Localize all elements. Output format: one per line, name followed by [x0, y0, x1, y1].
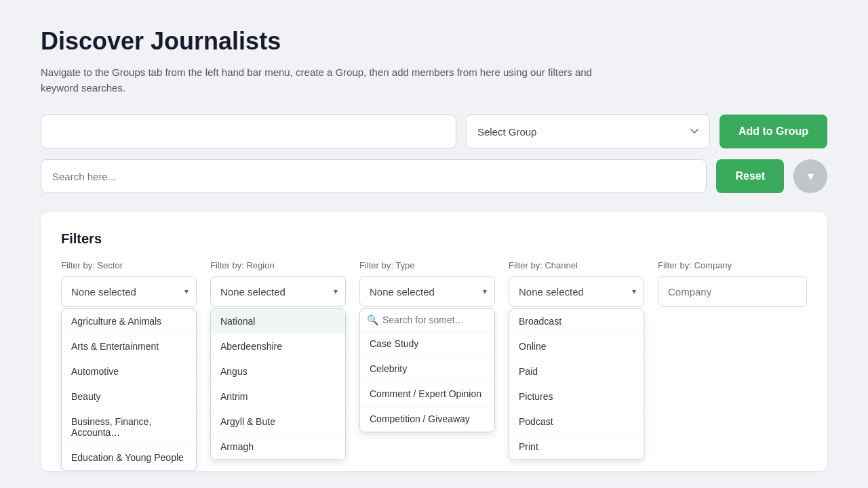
region-item-aberdeenshire[interactable]: Aberdeenshire [211, 334, 345, 359]
top-bar: Select Group Add to Group [41, 115, 827, 148]
type-item-comment[interactable]: Comment / Expert Opinion [360, 382, 494, 407]
channel-filter-label: Filter by: Channel [509, 260, 644, 270]
main-search-input[interactable] [41, 115, 456, 148]
sector-item-arts[interactable]: Arts & Entertainment [62, 334, 196, 359]
channel-item-broadcast[interactable]: Broadcast [509, 309, 644, 334]
add-to-group-button[interactable]: Add to Group [719, 115, 827, 148]
channel-item-pictures[interactable]: Pictures [509, 384, 644, 409]
reset-button[interactable]: Reset [716, 159, 784, 193]
channel-item-paid[interactable]: Paid [509, 359, 644, 384]
type-select-wrapper: None selected ▾ [359, 276, 495, 307]
region-select-wrapper: None selected ▾ [210, 276, 346, 307]
type-select[interactable]: None selected [359, 276, 495, 307]
sector-item-beauty[interactable]: Beauty [62, 384, 196, 409]
type-dropdown: 🔍 Case Study Celebrity Comment / Expert … [359, 308, 495, 432]
select-group-wrapper: Select Group [466, 115, 710, 148]
sector-item-agriculture[interactable]: Agriculture & Animals [62, 309, 196, 334]
region-filter-col: Filter by: Region None selected ▾ Nation… [210, 260, 346, 460]
sector-dropdown: Agriculture & Animals Arts & Entertainme… [61, 308, 197, 471]
sector-select[interactable]: None selected [61, 276, 197, 307]
chevron-down-icon: ▾ [808, 169, 814, 184]
filters-row: Filter by: Sector None selected ▾ Agricu… [61, 260, 807, 471]
second-bar: Reset ▾ [41, 159, 827, 193]
company-filter-input[interactable] [658, 276, 807, 307]
channel-select-wrapper: None selected ▾ [509, 276, 644, 307]
region-filter-label: Filter by: Region [210, 260, 346, 270]
channel-select[interactable]: None selected [509, 276, 644, 307]
region-item-armagh[interactable]: Armagh [211, 434, 345, 460]
type-search-input[interactable] [382, 314, 488, 325]
company-filter-label: Filter by: Company [658, 260, 807, 270]
company-filter-col: Filter by: Company [658, 260, 807, 307]
channel-item-podcast[interactable]: Podcast [509, 409, 644, 434]
type-search-icon: 🔍 [367, 314, 378, 325]
sector-filter-label: Filter by: Sector [61, 260, 197, 270]
region-item-national[interactable]: National [211, 309, 345, 334]
channel-item-print[interactable]: Print [509, 434, 644, 460]
region-select[interactable]: None selected [210, 276, 346, 307]
filters-panel: Filters Filter by: Sector None selected … [41, 212, 827, 471]
keyword-search-input[interactable] [41, 159, 707, 193]
channel-item-online[interactable]: Online [509, 334, 644, 359]
select-group-dropdown[interactable]: Select Group [466, 115, 710, 148]
page-title: Discover Journalists [41, 27, 827, 56]
channel-filter-col: Filter by: Channel None selected ▾ Broad… [509, 260, 644, 460]
type-filter-col: Filter by: Type None selected ▾ 🔍 Case S… [359, 260, 495, 432]
type-item-celebrity[interactable]: Celebrity [360, 357, 494, 382]
sector-item-automotive[interactable]: Automotive [62, 359, 196, 384]
region-dropdown: National Aberdeenshire Angus Antrim Argy… [210, 308, 346, 460]
region-item-angus[interactable]: Angus [211, 359, 345, 384]
sector-filter-col: Filter by: Sector None selected ▾ Agricu… [61, 260, 197, 471]
channel-dropdown: Broadcast Online Paid Pictures Podcast P… [509, 308, 644, 460]
sector-select-wrapper: None selected ▾ [61, 276, 197, 307]
sector-item-education[interactable]: Education & Young People [62, 445, 196, 470]
type-search-box: 🔍 [360, 309, 494, 331]
type-item-case-study[interactable]: Case Study [360, 331, 494, 357]
filters-title: Filters [61, 231, 807, 247]
type-filter-label: Filter by: Type [359, 260, 495, 270]
sector-item-business[interactable]: Business, Finance, Accounta… [62, 409, 196, 445]
region-item-antrim[interactable]: Antrim [211, 384, 345, 409]
page-subtitle: Navigate to the Groups tab from the left… [41, 65, 624, 96]
chevron-down-button[interactable]: ▾ [793, 159, 827, 193]
region-item-argyll[interactable]: Argyll & Bute [211, 409, 345, 434]
type-item-competition[interactable]: Competition / Giveaway [360, 407, 494, 432]
